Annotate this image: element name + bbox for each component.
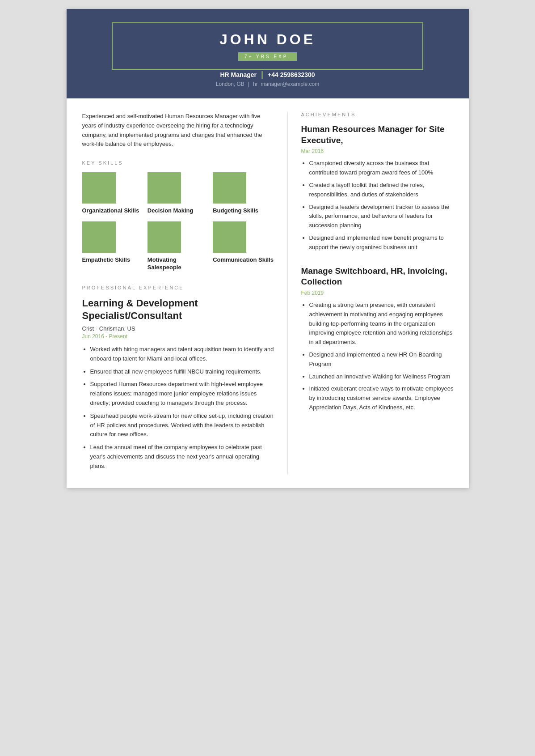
- company-name: Crist - Chrisman, US: [82, 325, 135, 332]
- resume-container: JOHN DOE 7+ YRS EXP. HR Manager | +44 25…: [67, 9, 469, 488]
- skill-item-0: Organizational Skills: [82, 172, 143, 215]
- skill-box-3: [82, 221, 116, 253]
- job-title: HR Manager: [220, 71, 257, 78]
- skills-section-title: KEY SKILLS: [82, 160, 274, 166]
- job-title-text: Learning & Development Specialist/Consul…: [82, 297, 274, 323]
- achievement-date-1: Feb 2019: [301, 290, 455, 296]
- job-bullet-2: Supported Human Resources department wit…: [90, 380, 274, 408]
- body-section: Experienced and self-motivated Human Res…: [67, 98, 469, 488]
- right-column: ACHIEVEMENTS Human Resources Manager for…: [288, 112, 469, 475]
- skill-label-3: Empathetic Skills: [82, 256, 131, 264]
- skill-item-3: Empathetic Skills: [82, 221, 143, 272]
- job-bullet-1: Ensured that all new employees fulfill N…: [90, 367, 274, 377]
- job-bullet-3: Spearhead people work-stream for new off…: [90, 412, 274, 439]
- achievements-section-title: ACHIEVEMENTS: [301, 112, 455, 117]
- header-contact-main: HR Manager | +44 2598632300: [84, 70, 451, 79]
- skill-item-5: Communication Skills: [213, 221, 274, 272]
- job-company: Crist - Chrisman, US: [82, 325, 274, 332]
- achievement-bullet-0-0: Championed diversity across the business…: [309, 159, 455, 178]
- skill-box-1: [147, 172, 181, 204]
- header-section: JOHN DOE 7+ YRS EXP. HR Manager | +44 25…: [67, 9, 469, 98]
- skill-label-0: Organizational Skills: [82, 207, 139, 215]
- phone-number: +44 2598632300: [268, 71, 315, 78]
- achievement-title-0: Human Resources Manager for Site Executi…: [301, 124, 455, 146]
- skills-section: KEY SKILLS Organizational Skills Decisio…: [82, 160, 274, 272]
- achievement-block-0: Human Resources Manager for Site Executi…: [301, 124, 455, 252]
- header-border: JOHN DOE 7+ YRS EXP.: [112, 22, 423, 70]
- skill-label-2: Budgeting Skills: [213, 207, 258, 215]
- achievement-block-1: Manage Switchboard, HR, Invoicing, Colle…: [301, 266, 455, 412]
- achievements-section: ACHIEVEMENTS Human Resources Manager for…: [301, 112, 455, 412]
- achievement-title-1: Manage Switchboard, HR, Invoicing, Colle…: [301, 266, 455, 288]
- skill-box-5: [213, 221, 246, 253]
- divider-icon: |: [261, 70, 263, 79]
- skill-box-0: [82, 172, 116, 204]
- job-bullet-0: Worked with hiring managers and talent a…: [90, 345, 274, 364]
- skill-box-4: [147, 221, 181, 253]
- skills-grid: Organizational Skills Decision Making Bu…: [82, 172, 274, 272]
- job-bullet-4: Lead the annual meet of the company empl…: [90, 443, 274, 471]
- skill-item-2: Budgeting Skills: [213, 172, 274, 215]
- achievement-bullet-1-3: Initiated exuberant creative ways to mot…: [309, 384, 455, 412]
- achievement-bullets-1: Creating a strong team presence, with co…: [301, 301, 455, 412]
- job-bullets-list: Worked with hiring managers and talent a…: [82, 345, 274, 471]
- skill-item-4: Motivating Salespeople: [147, 221, 208, 272]
- skill-label-4: Motivating Salespeople: [147, 256, 208, 272]
- achievement-bullet-1-0: Creating a strong team presence, with co…: [309, 301, 455, 347]
- experience-badge: 7+ YRS EXP.: [238, 52, 297, 61]
- left-column: Experienced and self-motivated Human Res…: [67, 112, 288, 475]
- achievement-bullet-0-3: Designed and implemented new benefit pro…: [309, 234, 455, 252]
- sub-divider: |: [248, 81, 249, 87]
- location: London, GB: [216, 81, 244, 87]
- email: hr_manager@example.com: [253, 81, 319, 87]
- summary-text: Experienced and self-motivated Human Res…: [82, 112, 274, 149]
- experience-section-title: PROFESSIONAL EXPERIENCE: [82, 285, 274, 290]
- experience-section: PROFESSIONAL EXPERIENCE Learning & Devel…: [82, 285, 274, 471]
- candidate-name: JOHN DOE: [131, 31, 404, 48]
- skill-box-2: [213, 172, 246, 204]
- skill-label-1: Decision Making: [147, 207, 194, 215]
- achievement-bullets-0: Championed diversity across the business…: [301, 159, 455, 252]
- job-date: Jun 2016 - Present: [82, 333, 274, 340]
- achievement-bullet-1-1: Designed and Implemented a new HR On-Boa…: [309, 350, 455, 369]
- achievement-bullet-0-1: Created a layoff toolkit that defined th…: [309, 181, 455, 200]
- header-contact-sub: London, GB | hr_manager@example.com: [84, 81, 451, 87]
- achievement-date-0: Mar 2016: [301, 148, 455, 154]
- achievement-bullet-1-2: Launched an Innovative Walking for Welln…: [309, 372, 455, 382]
- skill-item-1: Decision Making: [147, 172, 208, 215]
- skill-label-5: Communication Skills: [213, 256, 274, 264]
- achievement-bullet-0-2: Designed a leaders development tracker t…: [309, 203, 455, 230]
